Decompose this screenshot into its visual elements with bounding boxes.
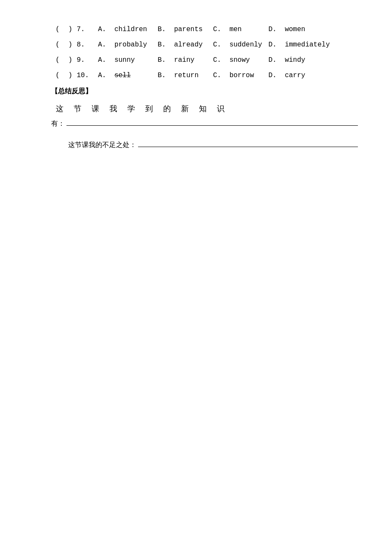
q7-number: 7. <box>77 26 98 33</box>
q9-number: 9. <box>77 56 98 64</box>
char-4: 我 <box>105 104 123 114</box>
char-8: 新 <box>176 104 194 114</box>
fill-line-1[interactable] <box>66 117 358 126</box>
q10-option-b: B. return <box>158 72 213 79</box>
char-5: 学 <box>123 104 141 114</box>
q9-paren-close: ) <box>64 56 77 64</box>
q10-option-a-text: sell <box>114 72 130 79</box>
q10-option-d: D. carry <box>268 72 324 79</box>
section-summary-title: 【总结反思】 <box>51 87 358 96</box>
q8-option-d: D. immediately <box>268 41 330 49</box>
q9-option-d: D. windy <box>268 56 324 64</box>
char-3: 课 <box>87 104 105 114</box>
question-9: ( ) 9. A. sunny B. rainy C. snowy D. win… <box>51 56 358 64</box>
q10-paren-open: ( <box>51 72 64 79</box>
q7-option-a: A. children <box>98 26 158 33</box>
char-2: 节 <box>69 104 87 114</box>
q7-paren-close: ) <box>64 26 77 33</box>
q10-option-a: A. sell <box>98 72 158 79</box>
char-9: 知 <box>194 104 212 114</box>
question-10: ( ) 10. A. sell B. return C. borrow D. c… <box>51 72 358 79</box>
q8-paren-open: ( <box>51 41 64 49</box>
q8-paren-close: ) <box>64 41 77 49</box>
q8-option-c: C. suddenly <box>213 41 268 49</box>
q8-options: A. probably B. already C. suddenly D. im… <box>98 41 330 49</box>
q7-options: A. children B. parents C. men D. women <box>98 26 324 33</box>
q7-option-d: D. women <box>268 26 324 33</box>
fill-label-1: 有： <box>51 119 65 128</box>
q9-option-a: A. sunny <box>98 56 158 64</box>
fill-row-2: 这节课我的不足之处： <box>51 139 358 150</box>
q9-option-c: C. snowy <box>213 56 268 64</box>
q10-options: A. sell B. return C. borrow D. carry <box>98 72 324 79</box>
q8-number: 8. <box>77 41 98 49</box>
q8-option-b: B. already <box>158 41 213 49</box>
question-7: ( ) 7. A. children B. parents C. men D. … <box>51 26 358 33</box>
q9-options: A. sunny B. rainy C. snowy D. windy <box>98 56 324 64</box>
char-7: 的 <box>159 104 176 114</box>
char-6: 到 <box>141 104 159 114</box>
fill-label-2: 这节课我的不足之处： <box>68 141 136 150</box>
fill-row-1: 有： <box>51 117 358 128</box>
q7-option-b: B. parents <box>158 26 213 33</box>
fill-line-2[interactable] <box>138 139 358 147</box>
char-10: 识 <box>212 104 230 114</box>
q9-option-b: B. rainy <box>158 56 213 64</box>
q7-option-c: C. men <box>213 26 268 33</box>
q8-option-a: A. probably <box>98 41 158 49</box>
char-1: 这 <box>51 104 69 114</box>
question-8: ( ) 8. A. probably B. already C. suddenl… <box>51 41 358 49</box>
q10-number: 10. <box>77 72 98 79</box>
chinese-sentence-row: 这 节 课 我 学 到 的 新 知 识 <box>51 104 358 114</box>
q7-paren-open: ( <box>51 26 64 33</box>
q10-paren-close: ) <box>64 72 77 79</box>
q10-option-c: C. borrow <box>213 72 268 79</box>
q9-paren-open: ( <box>51 56 64 64</box>
